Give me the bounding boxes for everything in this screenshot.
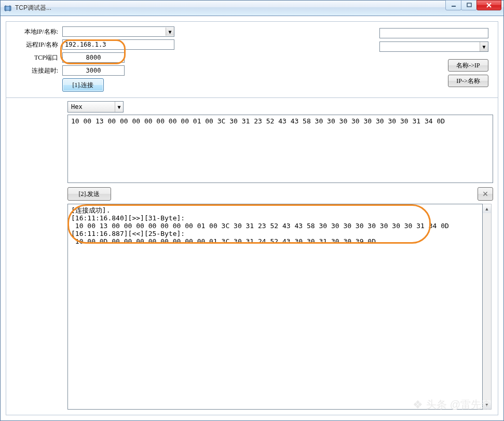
local-ip-label: 本地IP/名称:	[12, 27, 62, 36]
minimize-button[interactable]	[445, 0, 461, 10]
lookup-input-1[interactable]	[379, 28, 488, 38]
timeout-label: 连接超时:	[12, 66, 62, 75]
scrollbar[interactable]: ▲ ▼	[483, 204, 492, 410]
remote-ip-label: 远程IP/名称	[12, 40, 62, 49]
app-icon	[4, 4, 12, 12]
tcp-port-label: TCP端口	[12, 53, 62, 62]
window-controls	[446, 0, 501, 10]
ip-to-name-button[interactable]: IP->名称	[448, 75, 488, 87]
scroll-track[interactable]	[483, 213, 491, 400]
send-button[interactable]: [2].发送	[67, 187, 111, 201]
titlebar[interactable]: TCP调试器...	[1, 1, 503, 16]
svg-rect-4	[467, 3, 471, 7]
tcp-port-input[interactable]	[62, 52, 125, 63]
remote-ip-input[interactable]	[62, 39, 174, 50]
name-to-ip-button[interactable]: 名称->IP	[448, 59, 488, 72]
lookup-panel: ▼ 名称->IP IP->名称	[379, 28, 488, 87]
chevron-down-icon: ▼	[166, 27, 174, 36]
connect-button[interactable]: [1].连接	[62, 78, 104, 92]
log-panel: [连接成功]. [16:11:16.840][>>][31-Byte]: 10 …	[67, 204, 492, 410]
chevron-down-icon: ▼	[480, 42, 488, 51]
close-button[interactable]	[476, 0, 501, 10]
local-ip-combo[interactable]: ▼	[62, 26, 174, 37]
format-value: Hex	[71, 103, 83, 110]
scroll-up-icon[interactable]: ▲	[483, 204, 491, 213]
clear-send-button[interactable]: ×	[478, 187, 493, 201]
chevron-down-icon: ▼	[115, 102, 123, 112]
close-icon: ×	[483, 189, 488, 200]
maximize-button[interactable]	[461, 0, 477, 10]
lookup-combo[interactable]: ▼	[379, 41, 488, 52]
timeout-input[interactable]	[62, 65, 125, 76]
app-window: TCP调试器... 本地IP/名称: ▼ 远程IP/名称 TCP端口	[0, 0, 504, 421]
format-combo[interactable]: Hex ▼	[67, 101, 124, 113]
log-textarea[interactable]: [连接成功]. [16:11:16.840][>>][31-Byte]: 10 …	[67, 204, 483, 410]
scroll-down-icon[interactable]: ▼	[483, 400, 491, 409]
window-title: TCP调试器...	[15, 4, 51, 12]
payload-textarea[interactable]: 10 00 13 00 00 00 00 00 00 00 01 00 3C 3…	[67, 115, 493, 183]
send-panel: Hex ▼ 10 00 13 00 00 00 00 00 00 00 01 0…	[67, 101, 492, 204]
